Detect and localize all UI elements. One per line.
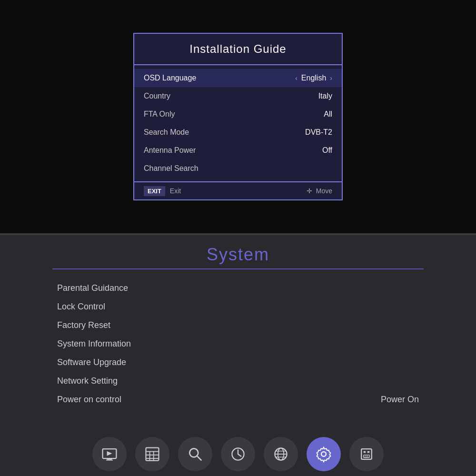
svg-line-11	[197, 456, 201, 460]
clock-nav-button[interactable]	[221, 437, 255, 471]
svg-rect-2	[106, 460, 113, 461]
top-section: Installation Guide OSD Language ‹ Englis…	[0, 0, 476, 233]
footer-move-area: ✛ Move	[307, 187, 332, 195]
svg-rect-22	[364, 451, 366, 453]
usb-icon: USB	[358, 446, 375, 463]
clock-icon	[229, 446, 247, 463]
row-label-antenna: Antenna Power	[144, 146, 322, 155]
menu-label-network: Network Setting	[57, 376, 118, 386]
system-menu-list: Parental Guidance Lock Control Factory R…	[52, 279, 424, 409]
row-label-search-mode: Search Mode	[144, 128, 305, 137]
svg-marker-3	[107, 451, 112, 456]
row-antenna-power[interactable]: Antenna Power Off	[134, 141, 342, 159]
search-mode-value: DVB-T2	[305, 128, 332, 137]
exit-button[interactable]: EXIT	[144, 186, 165, 196]
bottom-section: System Parental Guidance Lock Control Fa…	[0, 235, 476, 476]
antenna-value: Off	[322, 146, 332, 155]
menu-item-network[interactable]: Network Setting	[52, 372, 424, 390]
row-search-mode[interactable]: Search Mode DVB-T2	[134, 123, 342, 141]
search-nav-button[interactable]	[178, 437, 212, 471]
row-label-channel-search: Channel Search	[144, 164, 332, 173]
row-label-osd: OSD Language	[144, 74, 295, 82]
svg-line-14	[238, 454, 241, 456]
menu-item-parental[interactable]: Parental Guidance	[52, 279, 424, 298]
move-label: Move	[316, 187, 332, 195]
row-label-fta: FTA Only	[144, 110, 324, 119]
network-nav-button[interactable]	[264, 437, 298, 471]
tv-nav-button[interactable]	[92, 437, 127, 471]
svg-point-20	[321, 452, 326, 456]
menu-item-lock[interactable]: Lock Control	[52, 298, 424, 316]
row-osd-language[interactable]: OSD Language ‹ English ›	[134, 69, 342, 87]
menu-label-power: Power on control	[57, 395, 121, 405]
network-icon	[272, 446, 289, 463]
settings-icon	[315, 446, 332, 463]
row-label-country: Country	[144, 92, 318, 100]
dialog-title: Installation Guide	[134, 34, 342, 65]
menu-label-lock: Lock Control	[57, 302, 105, 312]
right-arrow-icon: ›	[330, 74, 332, 82]
bottom-nav: USB	[0, 437, 476, 471]
left-arrow-icon: ‹	[295, 74, 298, 82]
menu-item-sysinfo[interactable]: System Information	[52, 335, 424, 353]
osd-value: English	[301, 74, 326, 82]
menu-item-factory[interactable]: Factory Reset	[52, 316, 424, 335]
menu-label-factory: Factory Reset	[57, 320, 110, 330]
tv-icon	[101, 446, 118, 463]
svg-text:USB: USB	[364, 456, 368, 458]
dialog-body: OSD Language ‹ English › Country Italy F…	[134, 65, 342, 181]
menu-item-power[interactable]: Power on control Power On	[52, 390, 424, 409]
usb-nav-button[interactable]: USB	[349, 437, 384, 471]
menu-value-power: Power On	[381, 395, 419, 405]
svg-rect-23	[367, 451, 370, 453]
system-title: System	[207, 245, 269, 265]
settings-nav-button[interactable]	[307, 437, 341, 471]
footer-exit-area: EXIT Exit	[144, 187, 181, 195]
row-fta-only[interactable]: FTA Only All	[134, 105, 342, 123]
menu-item-software[interactable]: Software Upgrade	[52, 353, 424, 372]
epg-icon	[144, 446, 161, 463]
menu-label-software: Software Upgrade	[57, 357, 126, 367]
svg-rect-1	[107, 458, 112, 460]
menu-label-sysinfo: System Information	[57, 339, 131, 349]
row-channel-search[interactable]: Channel Search	[134, 159, 342, 178]
dialog-footer: EXIT Exit ✛ Move	[134, 181, 342, 199]
epg-nav-button[interactable]	[135, 437, 169, 471]
installation-dialog: Installation Guide OSD Language ‹ Englis…	[133, 33, 343, 200]
country-value: Italy	[318, 92, 332, 100]
system-title-divider	[52, 268, 424, 269]
exit-label: Exit	[170, 187, 181, 195]
row-country[interactable]: Country Italy	[134, 87, 342, 105]
move-icon: ✛	[307, 187, 312, 195]
search-icon	[187, 446, 204, 463]
menu-label-parental: Parental Guidance	[57, 283, 128, 293]
fta-value: All	[324, 110, 332, 119]
